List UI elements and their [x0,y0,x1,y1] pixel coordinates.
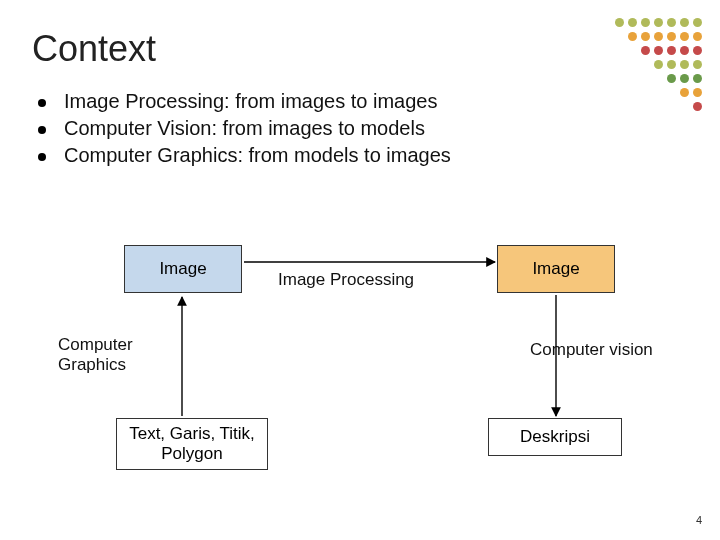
decoration-dots [641,46,702,55]
label-image-processing: Image Processing [278,270,414,290]
decoration-dots [680,88,702,97]
page-number: 4 [696,514,702,526]
box-text-primitives: Text, Garis, Titik, Polygon [116,418,268,470]
list-item: Computer Graphics: from models to images [38,144,451,167]
list-item: Computer Vision: from images to models [38,117,451,140]
decoration-dots [693,102,702,111]
box-image-left: Image [124,245,242,293]
bullet-icon [38,126,46,134]
decoration-dots [654,60,702,69]
box-image-right: Image [497,245,615,293]
bullet-text: Image Processing: from images to images [64,90,438,113]
label-computer-graphics: Computer Graphics [58,335,133,375]
bullet-list: Image Processing: from images to images … [38,90,451,171]
label-computer-vision: Computer vision [530,340,653,360]
decoration-dots [628,32,702,41]
decoration-dots [615,18,702,27]
page-title: Context [32,28,156,70]
list-item: Image Processing: from images to images [38,90,451,113]
bullet-text: Computer Graphics: from models to images [64,144,451,167]
bullet-icon [38,153,46,161]
decoration-dots [667,74,702,83]
box-deskripsi: Deskripsi [488,418,622,456]
bullet-icon [38,99,46,107]
bullet-text: Computer Vision: from images to models [64,117,425,140]
